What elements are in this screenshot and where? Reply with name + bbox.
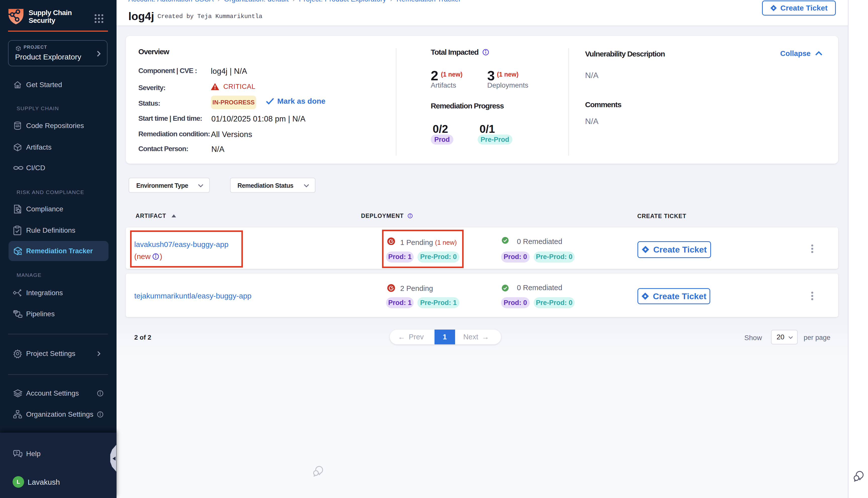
svg-text:?: ? [16, 450, 18, 455]
